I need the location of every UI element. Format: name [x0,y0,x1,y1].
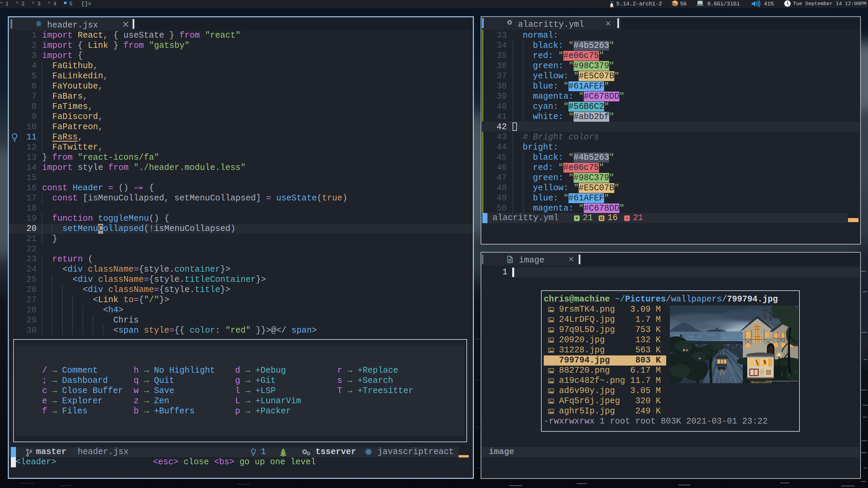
svg-text:+: + [575,215,578,221]
svg-text:www.DesktopBackground.org: www.DesktopBackground.org [766,379,798,383]
svg-text:−: − [625,215,628,221]
